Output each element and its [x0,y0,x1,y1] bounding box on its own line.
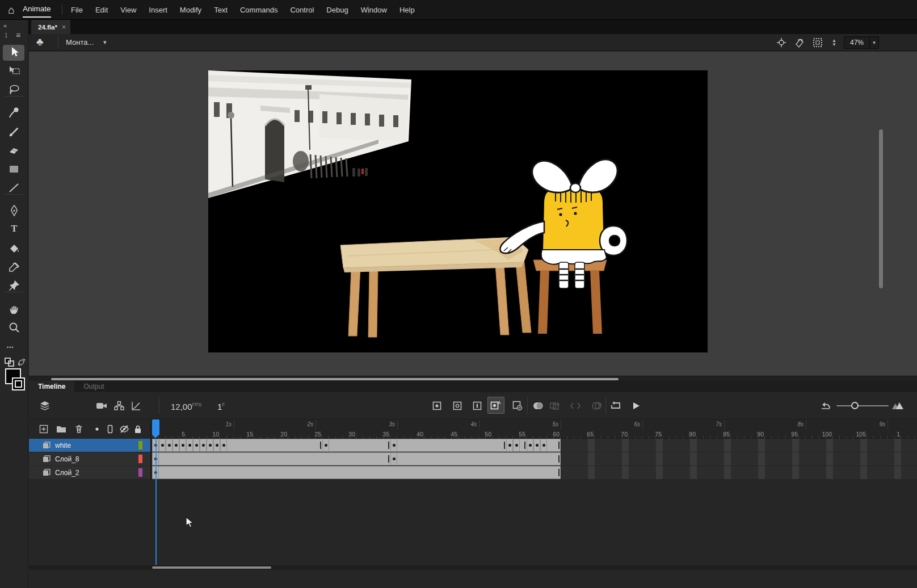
ruler-section-line [887,419,888,430]
layer-frames-Слой_2[interactable] [152,466,917,479]
frame-end-marker [320,442,321,449]
playhead-line [155,439,157,565]
menu-item-window[interactable]: Window [355,0,393,20]
layer-outline-color-swatch[interactable] [138,441,142,450]
lasso-tool[interactable] [7,83,21,96]
pen-tool[interactable] [7,204,21,217]
app-title[interactable]: Animate [23,5,51,18]
home-icon[interactable]: ⌂ [3,3,19,17]
fill-stroke-color-swatches[interactable] [5,368,26,391]
zoom-stepper[interactable]: ▲▼ [830,36,839,49]
layer-page-icon [43,455,51,463]
ruler-frame-number: 15 [236,431,253,438]
empty-frames [561,466,917,479]
layer-name[interactable]: Слой_2 [55,469,134,477]
frame-stripe [588,452,595,465]
classic-brush-tool[interactable] [7,125,21,138]
zoom-tool[interactable] [7,321,21,334]
playhead-point [152,435,159,442]
ruler-frame-number: 60 [542,431,560,438]
frame-end-marker [558,469,560,476]
keyframe-cell [166,439,173,452]
layer-frames-divider[interactable] [150,419,152,480]
layer-outline-color-swatch[interactable] [138,468,142,477]
ruler-frame-number: 45 [440,431,457,438]
menu-item-file[interactable]: File [65,0,89,20]
eyedropper-tool[interactable] [7,261,21,274]
ruler-frame-number: 70 [611,431,628,438]
line-tool[interactable] [7,181,21,195]
close-tab-icon[interactable]: × [62,23,66,31]
playhead[interactable] [152,419,159,435]
zoom-level-select[interactable]: 47% ▾ [844,36,879,49]
default-colors-icon[interactable] [5,358,15,367]
document-tab-strip: 24.fla* × [28,20,917,34]
rotate-view-icon[interactable] [794,37,805,48]
ruler-section-line [642,419,643,430]
panel-menu-icon[interactable]: ≡ [16,31,20,40]
timeline-horizontal-scrollbar-track[interactable] [29,565,917,570]
stage-pasteboard[interactable] [29,52,917,376]
center-stage-icon[interactable] [776,37,787,48]
menu-item-commands[interactable]: Commands [234,0,284,20]
ruler-section-line [479,419,479,430]
stage-vertical-scrollbar[interactable] [879,129,883,288]
fluid-brush-tool[interactable] [7,106,21,120]
hand-tool[interactable] [7,302,21,316]
layer-row-Слой_8[interactable]: Слой_8 [29,452,150,465]
layer-page-icon [43,469,51,476]
text-tool[interactable]: T [7,223,21,237]
menu-item-insert[interactable]: Insert [142,0,174,20]
scene-chevron-down-icon[interactable]: ▾ [103,39,107,46]
keyframe-dot [529,444,532,447]
swap-colors-icon[interactable] [17,358,26,367]
layer-name[interactable]: white [55,442,134,450]
layer-outline-color-swatch[interactable] [138,455,142,463]
ruler-second-label: 8s [785,421,804,427]
keyframe-dot [161,444,164,447]
ruler-frame-number: 5 [168,431,185,438]
menu-item-help[interactable]: Help [393,0,421,20]
menu-item-text[interactable]: Text [208,0,234,20]
keyframe-cell [159,439,166,452]
application-window: ⌂ Animate FileEditViewInsertModifyTextCo… [0,0,917,588]
layer-row-white[interactable]: white [29,439,150,452]
asset-warp-pin-tool[interactable] [7,279,21,292]
collapse-panel-icon[interactable]: « [3,22,7,29]
timeline-horizontal-scrollbar[interactable] [152,566,271,569]
scene-icon[interactable]: ♣ [36,36,43,48]
stage-canvas[interactable] [208,70,708,352]
menu-item-debug[interactable]: Debug [320,0,354,20]
ruler-frame-number: 10 [202,431,219,438]
empty-frames [561,439,917,452]
document-tab[interactable]: 24.fla* × [31,20,70,34]
zoom-chevron-down-icon[interactable]: ▾ [869,37,878,48]
keyframe-cell [207,439,213,452]
menu-item-control[interactable]: Control [284,0,320,20]
frame-stripe [860,466,867,479]
layer-frames-Слой_8[interactable] [152,452,917,465]
frame-stripe [690,452,697,465]
layer-frames-white[interactable] [152,439,917,452]
ruler-section-line [561,419,561,430]
menu-separator [62,5,62,15]
layer-name[interactable]: Слой_8 [55,455,134,463]
rectangle-tool[interactable] [7,162,21,176]
more-tools-icon[interactable]: ••• [7,345,14,350]
menu-item-edit[interactable]: Edit [89,0,114,20]
selection-tool[interactable] [7,45,21,59]
paint-bucket-tool[interactable] [7,242,21,255]
eraser-tool[interactable] [7,144,21,157]
menu-item-modify[interactable]: Modify [174,0,208,20]
menu-item-view[interactable]: View [114,0,142,20]
clip-content-icon[interactable] [812,37,823,48]
keyframe-dot [542,444,545,447]
frame-stripe [690,439,697,452]
frame-end-marker [388,442,389,449]
scene-breadcrumb[interactable]: Монта... [66,38,94,47]
keyframe-cell [527,439,533,452]
frame-stripe [792,439,799,452]
layer-page-icon [43,442,51,449]
subselection-tool[interactable] [7,64,21,78]
layer-row-Слой_2[interactable]: Слой_2 [29,466,150,479]
